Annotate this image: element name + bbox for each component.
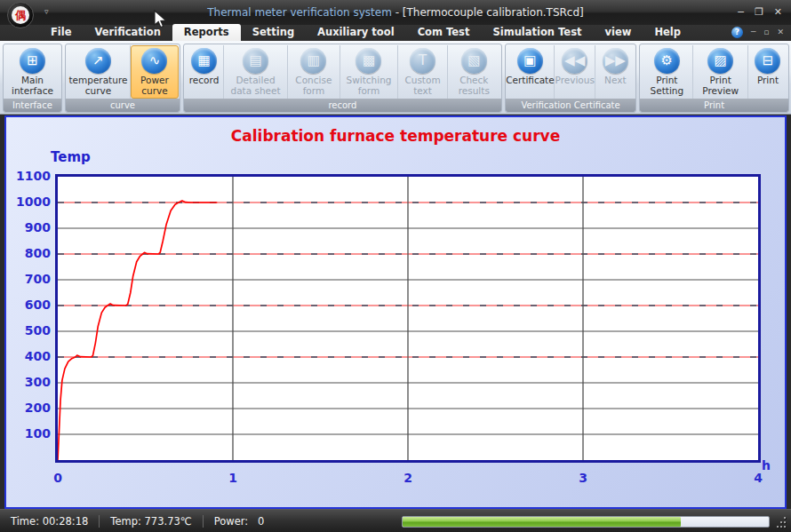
ribbon-button-print[interactable]: ⊟Print [748,45,787,99]
ribbon-button-label: temperature curve [68,75,127,96]
ribbon-button-main-interface[interactable]: ⊞Main interface [4,45,60,99]
temperature-curve-plot [58,177,758,460]
app-window: 偶 ▿ Thermal meter verification system - … [0,0,791,532]
ribbon-button-power-curve[interactable]: ∿Power curve [131,45,179,99]
status-bar: Time: 00:28:18 Temp: 773.73℃ Power: 0 [0,509,791,532]
x-tick-4: 4 [745,471,771,485]
tab-simulation-test[interactable]: Simulation Test [481,24,593,41]
previous-icon: ◀◀ [562,48,587,74]
tab-auxiliary-tool[interactable]: Auxiliary tool [306,24,406,41]
mdi-restore-button[interactable]: ▫ [763,28,769,36]
next-icon: ▶▶ [603,48,628,74]
ribbon-button-temperature-curve[interactable]: ↗temperature curve [67,45,131,99]
ribbon-button-concise-form[interactable]: ▥Concise form [288,45,340,99]
progress-bar [402,516,770,528]
y-tick-800: 800 [12,246,51,260]
mdi-minimize-button[interactable]: ─ [751,28,755,36]
ribbon-button-label: Print Preview [698,75,743,96]
ribbon-button-print-preview[interactable]: ▨Print Preview [693,45,748,99]
minimize-button[interactable]: ─ [738,7,744,17]
ribbon-button-previous[interactable]: ◀◀Previous [555,45,595,99]
ribbon-group-curve: ↗temperature curve∿Power curvecurve [65,44,180,113]
window-title-app: Thermal meter verification system [207,6,392,19]
x-tick-3: 3 [570,471,596,485]
tab-file[interactable]: File [39,24,84,41]
chart-title: Calibration furnace temperature curve [6,127,785,145]
ribbon-group-verification-certificate: ▣Certificate◀◀Previous▶▶NextVerification… [505,44,636,113]
detailed-sheet-icon: ▤ [243,48,268,74]
y-tick-900: 900 [12,220,51,234]
maximize-button[interactable]: ❐ [755,7,763,17]
x-axis-unit: h [762,458,771,472]
ribbon-button-record[interactable]: ▦record [185,45,224,99]
ribbon-button-label: Next [604,75,626,86]
ribbon-button-custom-text[interactable]: TCustom text [398,45,448,99]
ribbon-button-label: Previous [555,75,594,86]
power-curve-icon: ∿ [141,48,167,74]
mdi-close-button[interactable]: ✕ [777,28,784,36]
window-controls: ─ ❐ ✕ [738,7,782,17]
y-tick-700: 700 [12,272,51,286]
ribbon-tab-row: FileVerificationReportsSettingAuxiliary … [0,25,791,41]
ribbon-group-print: ⚙Print Setting▨Print Preview⊟PrintPrint [639,44,789,113]
close-button[interactable]: ✕ [774,7,782,17]
y-tick-300: 300 [12,375,51,389]
print-setting-gear-icon: ⚙ [654,48,680,74]
ribbon-group-record: ▦record▤Detailed data sheet▥Concise form… [183,44,502,113]
ribbon-button-check-results[interactable]: ▧Check results [448,45,500,99]
ribbon-button-detailed-data-sheet[interactable]: ▤Detailed data sheet [224,45,288,99]
ribbon-button-label: Concise form [292,75,335,96]
ribbon-button-label: Print Setting [645,75,688,96]
tab-setting[interactable]: Setting [241,24,306,41]
window-title-doc: - [Thermocouple calibration.TSRcd] [396,6,584,19]
tab-com-test[interactable]: Com Test [406,24,482,41]
x-tick-0: 0 [44,471,71,485]
ribbon-button-print-setting[interactable]: ⚙Print Setting [641,45,693,99]
temperature-curve-icon: ↗ [85,48,111,74]
app-logo-icon[interactable]: 偶 [7,2,34,28]
ribbon-group-interface: ⊞Main interfaceInterface [3,44,62,113]
ribbon-group-label: record [184,99,501,112]
y-tick-500: 500 [12,323,51,337]
ribbon-group-label: Interface [4,99,61,112]
ribbon-button-switching-form[interactable]: ▩Switching form [340,45,399,99]
y-tick-400: 400 [12,349,51,363]
progress-fill [403,517,681,527]
plot-area [55,174,761,463]
help-icon[interactable]: ? [731,27,743,38]
print-preview-icon: ▨ [707,48,733,74]
ribbon-group-label: Verification Certificate [506,99,635,112]
concise-form-icon: ▥ [300,48,326,74]
custom-text-icon: T [410,48,435,74]
ribbon-button-label: Switching form [345,75,394,96]
ribbon-button-label: Power curve [135,75,174,96]
switching-form-icon: ▩ [356,48,381,74]
tab-verification[interactable]: Verification [84,24,172,41]
tab-help[interactable]: Help [643,24,692,41]
tab-reports[interactable]: Reports [172,24,241,41]
y-tick-600: 600 [12,298,51,312]
y-axis-label: Temp [51,149,91,165]
ribbon: ⊞Main interfaceInterface↗temperature cur… [0,41,791,115]
certificate-icon: ▣ [517,48,543,74]
record-table-icon: ▦ [191,48,217,74]
status-power: Power: 0 [204,515,276,528]
y-tick-100: 100 [12,426,51,441]
ribbon-button-certificate[interactable]: ▣Certificate [507,45,555,99]
ribbon-button-label: Print [757,75,779,86]
tab-view[interactable]: view [594,24,643,41]
y-tick-1000: 1000 [12,195,51,209]
ribbon-button-label: Certificate [506,75,555,86]
ribbon-button-next[interactable]: ▶▶Next [595,45,635,99]
ribbon-group-label: Print [640,99,788,112]
status-temp: Temp: 773.73℃ [100,515,202,528]
chart-area: Calibration furnace temperature curve Te… [4,115,787,509]
ribbon-button-label: Check results [452,75,496,96]
ribbon-group-label: curve [66,99,180,112]
resize-grip[interactable] [776,517,787,528]
ribbon-button-label: Detailed data sheet [228,75,283,96]
windows-icon: ⊞ [20,48,45,74]
series-furnace-temperature [58,201,217,460]
ribbon-button-label: Main interface [9,75,56,96]
y-tick-1100: 1100 [12,169,51,183]
